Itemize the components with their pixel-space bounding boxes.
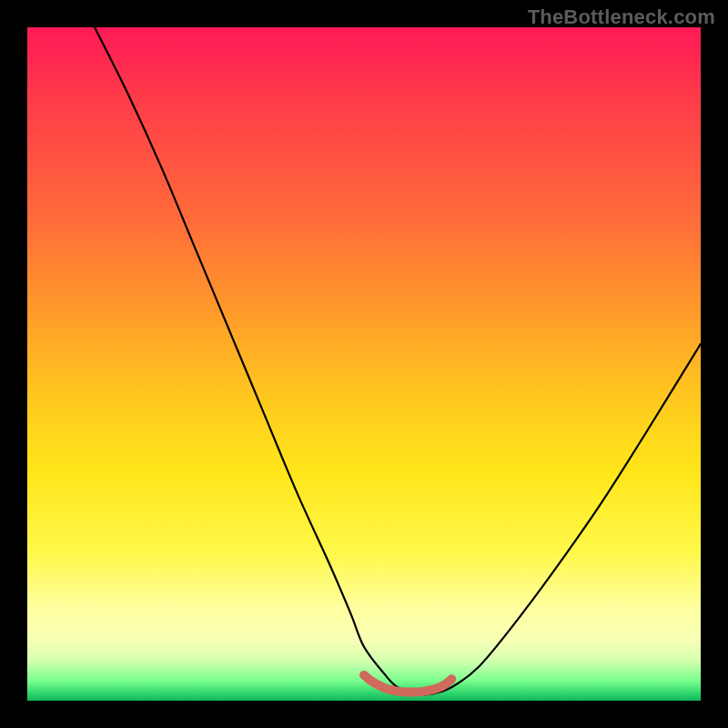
valley-marker [364,675,451,693]
plot-area [27,27,701,701]
bottleneck-curve [95,27,701,695]
chart-frame: TheBottleneck.com [0,0,728,728]
watermark-text: TheBottleneck.com [528,5,715,29]
chart-svg [27,27,701,701]
